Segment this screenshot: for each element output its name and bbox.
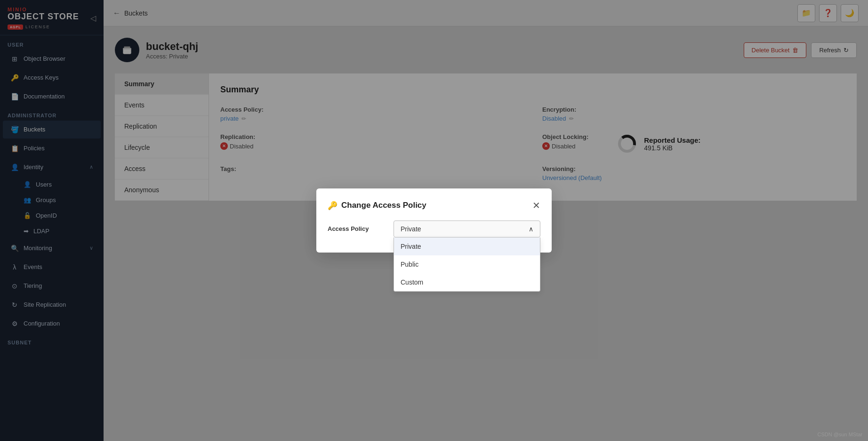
modal-selected-value: Private bbox=[401, 225, 421, 233]
modal-access-policy-field: Access Policy Private ∧ Private Public C… bbox=[328, 220, 540, 237]
chevron-up-icon: ∧ bbox=[529, 225, 533, 233]
dropdown-option-custom[interactable]: Custom bbox=[394, 273, 540, 291]
modal-title-text: Change Access Policy bbox=[341, 201, 426, 210]
modal-select-wrapper: Private ∧ Private Public Custom bbox=[394, 220, 540, 237]
watermark: CSDN @sun MStar bbox=[817, 432, 862, 437]
dropdown-option-private[interactable]: Private bbox=[394, 237, 540, 255]
modal-select-display[interactable]: Private ∧ bbox=[394, 220, 540, 237]
change-access-policy-modal: 🔑 Change Access Policy ✕ Access Policy P… bbox=[316, 188, 552, 253]
modal-key-icon: 🔑 bbox=[328, 201, 338, 211]
dropdown-option-public[interactable]: Public bbox=[394, 255, 540, 273]
modal-title: 🔑 Change Access Policy bbox=[328, 201, 426, 211]
modal-close-button[interactable]: ✕ bbox=[532, 200, 540, 211]
dropdown-options: Private Public Custom bbox=[394, 237, 540, 292]
modal-field-label: Access Policy bbox=[328, 220, 384, 232]
modal-header: 🔑 Change Access Policy ✕ bbox=[328, 200, 540, 211]
modal-overlay[interactable]: 🔑 Change Access Policy ✕ Access Policy P… bbox=[0, 0, 868, 441]
